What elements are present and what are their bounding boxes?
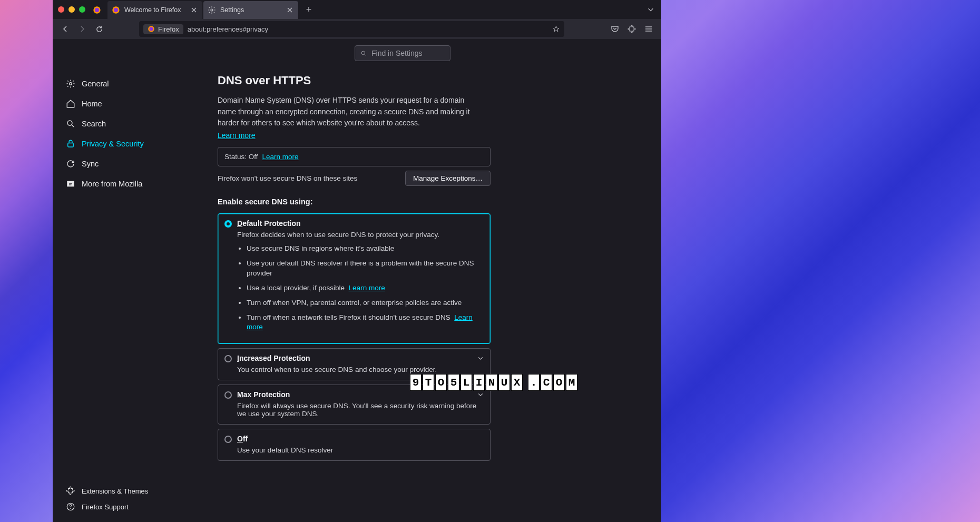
arrow-right-icon (78, 25, 86, 33)
firefox-icon (112, 6, 120, 14)
sidebar-label: Extensions & Themes (82, 487, 148, 495)
option-bullets: Use secure DNS in regions where it's ava… (237, 244, 484, 332)
chevron-down-icon (477, 355, 484, 361)
tab-welcome[interactable]: Welcome to Firefox (107, 1, 202, 19)
find-placeholder: Find in Settings (371, 49, 423, 57)
mozilla-icon: m (66, 179, 75, 189)
radio-max[interactable] (224, 391, 232, 399)
svg-text:m: m (69, 182, 73, 186)
sidebar-item-search[interactable]: Search (53, 114, 165, 134)
bullet: Use a local provider, if possible Learn … (247, 283, 484, 293)
option-title: Increased Protection (237, 354, 310, 362)
exceptions-text: Firefox won't use secure DNS on these si… (218, 174, 357, 182)
home-icon (66, 99, 75, 109)
close-icon[interactable] (190, 6, 198, 14)
navigation-toolbar: Firefox about:preferences#privacy (53, 19, 661, 39)
tab-title: Settings (220, 6, 286, 14)
new-tab-button[interactable]: + (301, 2, 316, 17)
sidebar-item-support[interactable]: Firefox Support (53, 499, 165, 515)
section-title: DNS over HTTPS (218, 74, 491, 87)
back-button[interactable] (57, 21, 74, 37)
forward-button[interactable] (74, 21, 91, 37)
sidebar-item-home[interactable]: Home (53, 94, 165, 114)
learn-more-link[interactable]: Learn more (218, 131, 256, 140)
window-max-dot[interactable] (79, 6, 85, 13)
arrow-left-icon (61, 25, 70, 33)
search-icon (66, 119, 75, 129)
bookmark-star-button[interactable] (552, 25, 560, 33)
reload-icon (95, 25, 103, 33)
option-desc: You control when to use secure DNS and c… (237, 366, 484, 373)
sidebar-label: More from Mozilla (82, 180, 142, 188)
option-default-protection[interactable]: Default Protection Firefox decides when … (218, 213, 491, 344)
sidebar-footer: Extensions & Themes Firefox Support (53, 483, 165, 522)
bullet: Use secure DNS in regions where it's ava… (247, 244, 484, 254)
option-desc: Use your default DNS resolver (237, 446, 484, 454)
manage-exceptions-button[interactable]: Manage Exceptions… (405, 171, 491, 186)
pinned-firefox-tab[interactable] (87, 1, 106, 19)
btn-label: Manage Exceptions… (413, 174, 483, 182)
puzzle-icon (628, 25, 636, 33)
sidebar-item-sync[interactable]: Sync (53, 154, 165, 174)
learn-more-link[interactable]: Learn more (349, 284, 385, 292)
list-all-tabs-button[interactable] (643, 2, 658, 17)
find-in-settings-field[interactable]: Find in Settings (355, 45, 450, 61)
expand-chevron[interactable] (477, 391, 484, 398)
svg-point-14 (361, 51, 365, 55)
window-min-dot[interactable] (68, 6, 75, 13)
star-icon (552, 25, 560, 33)
identity-label: Firefox (158, 25, 179, 33)
app-menu-button[interactable] (640, 21, 657, 37)
section-description: Domain Name System (DNS) over HTTPS send… (218, 95, 471, 129)
option-desc: Firefox will always use secure DNS. You'… (237, 402, 484, 418)
sidebar-label: Firefox Support (82, 503, 129, 511)
expand-chevron[interactable] (477, 355, 484, 361)
window-close-dot[interactable] (58, 6, 64, 13)
pocket-icon (611, 25, 619, 33)
gear-icon (66, 79, 75, 88)
svg-point-13 (70, 508, 71, 509)
radio-increased[interactable] (224, 355, 232, 362)
sidebar-label: Home (82, 100, 102, 108)
hamburger-icon (644, 25, 653, 33)
puzzle-icon (66, 486, 75, 496)
svg-point-7 (70, 83, 72, 85)
exceptions-row: Firefox won't use secure DNS on these si… (218, 171, 491, 186)
svg-point-3 (114, 8, 118, 12)
identity-box[interactable]: Firefox (143, 24, 183, 34)
chevron-down-icon (647, 6, 654, 13)
sidebar-label: Privacy & Security (82, 140, 144, 148)
firefox-icon (93, 6, 101, 14)
browser-window: Welcome to Firefox Settings + Firefox ab… (53, 0, 661, 522)
sidebar-item-general[interactable]: General (53, 74, 165, 94)
status-learn-more-link[interactable]: Learn more (262, 153, 299, 161)
reload-button[interactable] (91, 21, 107, 37)
tab-settings[interactable]: Settings (203, 1, 298, 19)
sidebar-item-extensions[interactable]: Extensions & Themes (53, 483, 165, 499)
watermark: 9TO5LINUX.COM (410, 374, 577, 391)
option-off[interactable]: Off Use your default DNS resolver (218, 429, 491, 461)
svg-point-4 (211, 9, 213, 11)
option-title: Max Protection (237, 390, 290, 399)
close-icon[interactable] (286, 6, 294, 14)
radio-off[interactable] (224, 436, 232, 443)
option-title: Default Protection (237, 219, 301, 228)
tab-strip: Welcome to Firefox Settings + (53, 0, 661, 19)
option-desc: Firefox decides when to use secure DNS t… (237, 231, 484, 239)
radio-default[interactable] (224, 220, 232, 228)
settings-main: Find in Settings DNS over HTTPS Domain N… (165, 39, 661, 522)
sidebar-label: Sync (82, 160, 99, 168)
url-bar[interactable]: Firefox about:preferences#privacy (139, 21, 564, 37)
bullet: Turn off when VPN, parental control, or … (247, 298, 484, 308)
option-title: Off (237, 435, 248, 443)
help-icon (66, 502, 75, 511)
sync-icon (66, 159, 75, 169)
status-label: Status: Off (224, 153, 258, 161)
doh-status-box: Status: Off Learn more (218, 147, 491, 166)
extensions-button[interactable] (623, 21, 640, 37)
save-to-pocket-button[interactable] (606, 21, 623, 37)
tab-title: Welcome to Firefox (124, 6, 190, 14)
sidebar-item-privacy[interactable]: Privacy & Security (53, 134, 165, 154)
bullet: Turn off when a network tells Firefox it… (247, 313, 484, 333)
sidebar-item-more[interactable]: m More from Mozilla (53, 174, 165, 194)
